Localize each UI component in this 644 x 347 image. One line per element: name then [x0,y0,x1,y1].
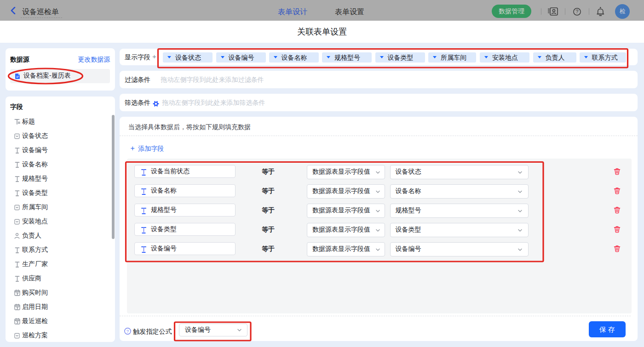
svg-text:?: ? [576,9,579,14]
svg-text:?: ? [126,329,128,334]
